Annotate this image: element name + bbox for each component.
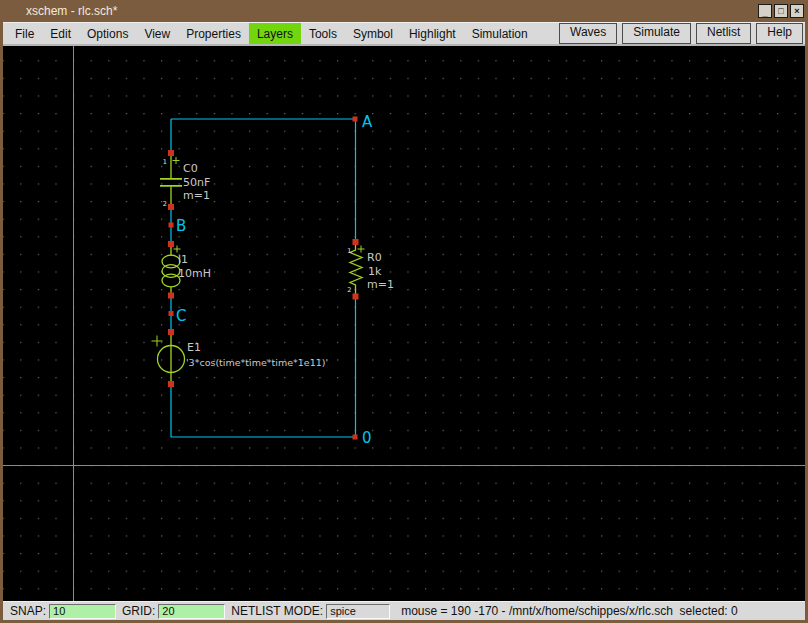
maximize-button[interactable]: □ (774, 4, 788, 18)
capacitor-value: 50nF (183, 176, 210, 189)
window-title: xschem - rlc.sch* (26, 4, 117, 18)
maximize-icon: □ (778, 7, 783, 16)
resistor-pin-2 (353, 294, 359, 300)
help-button[interactable]: Help (756, 23, 803, 43)
menu-item-options[interactable]: Options (79, 23, 136, 44)
waves-button[interactable]: Waves (559, 23, 617, 43)
menu-item-simulation[interactable]: Simulation (464, 23, 536, 44)
resistor-pin1-number: 1 (347, 247, 351, 255)
inductor-pin-2 (168, 293, 174, 299)
resistor-name: R0 (367, 251, 382, 264)
capacitor-name: C0 (183, 162, 198, 175)
inductor-pin-1 (168, 241, 174, 247)
window-controls: _ □ × (758, 4, 805, 18)
menu-item-properties[interactable]: Properties (178, 23, 249, 44)
netlist-mode-input[interactable] (326, 604, 390, 619)
close-icon: × (794, 7, 799, 16)
capacitor-pin1-number: 1 (163, 158, 167, 166)
menu-item-edit[interactable]: Edit (42, 23, 79, 44)
label-anchor-gnd (353, 435, 358, 440)
node-label-a[interactable]: A (362, 113, 373, 131)
resistor-pin2-number: 2 (347, 286, 351, 294)
grid-input[interactable] (158, 604, 225, 619)
menu-item-view[interactable]: View (136, 23, 178, 44)
title-bar[interactable]: xschem - rlc.sch* _ □ × (3, 0, 805, 22)
grid-label: GRID: (122, 604, 155, 618)
resistor-mult: m=1 (367, 278, 394, 291)
source-pin-2 (168, 381, 174, 387)
grid-dots (3, 46, 805, 601)
snap-input[interactable] (49, 604, 116, 619)
menu-item-file[interactable]: File (7, 23, 42, 44)
menu-bar: File Edit Options View Properties Layers… (3, 22, 805, 46)
capacitor-pin-1 (168, 150, 174, 156)
node-label-c[interactable]: C (176, 307, 186, 325)
label-anchor-a (353, 117, 358, 122)
netlist-mode-label: NETLIST MODE: (231, 604, 323, 618)
capacitor-pin2-number: 2 (163, 200, 167, 208)
simulate-button[interactable]: Simulate (622, 23, 691, 43)
mouse-coordinates-text: mouse = 190 -170 - /mnt/x/home/schippes/… (401, 604, 738, 618)
status-bar: SNAP: GRID: NETLIST MODE: mouse = 190 -1… (3, 601, 805, 620)
menu-item-highlight[interactable]: Highlight (401, 23, 464, 44)
minimize-button[interactable]: _ (758, 4, 772, 18)
resistor-pin-1 (353, 239, 359, 245)
schematic-svg[interactable]: 1 2 C0 50nF m=1 l1 10mH (3, 46, 805, 601)
menu-item-tools[interactable]: Tools (301, 23, 345, 44)
menu-item-symbol[interactable]: Symbol (345, 23, 401, 44)
close-button[interactable]: × (790, 4, 804, 18)
netlist-button[interactable]: Netlist (696, 23, 751, 43)
label-anchor-b (169, 223, 174, 228)
schematic-canvas-area[interactable]: 1 2 C0 50nF m=1 l1 10mH (3, 46, 805, 601)
label-anchor-c (169, 311, 174, 316)
xschem-window: xschem - rlc.sch* _ □ × File Edit Option… (0, 0, 808, 623)
menu-item-layers[interactable]: Layers (249, 23, 301, 44)
source-name: E1 (187, 341, 201, 354)
inductor-value: 10mH (178, 267, 211, 280)
node-label-b[interactable]: B (176, 217, 186, 235)
snap-label: SNAP: (10, 604, 46, 618)
capacitor-mult: m=1 (183, 189, 210, 202)
resistor-value: 1k (368, 265, 382, 278)
menu-action-buttons: Waves Simulate Netlist Help (559, 23, 805, 44)
inductor-name: l1 (178, 253, 188, 266)
source-pin-1 (168, 329, 174, 335)
node-label-gnd[interactable]: 0 (362, 429, 372, 447)
minimize-icon: _ (762, 9, 767, 18)
capacitor-pin-2 (168, 204, 174, 210)
source-value: '3*cos(time*time*time*1e11)' (186, 357, 328, 368)
